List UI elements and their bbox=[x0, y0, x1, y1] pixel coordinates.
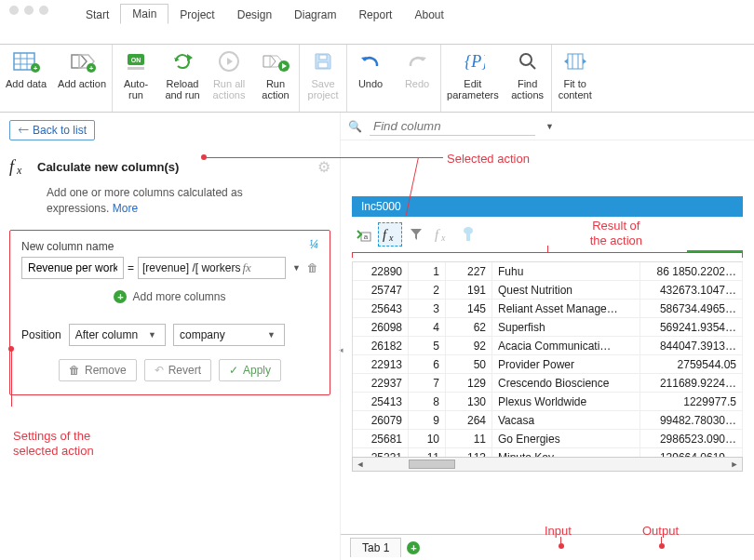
cell: 130 bbox=[446, 393, 492, 410]
table-row[interactable]: 26098462Superfish569241.9354… bbox=[353, 318, 743, 337]
chevron-down-icon[interactable]: ▼ bbox=[289, 263, 303, 273]
tab-about[interactable]: About bbox=[403, 6, 454, 24]
tab-project[interactable]: Project bbox=[168, 6, 225, 24]
table-row[interactable]: 257472191Quest Nutrition432673.1047… bbox=[353, 281, 743, 300]
cell: 11 bbox=[409, 448, 446, 457]
table-row[interactable]: 228901227Fuhu86 1850.2202… bbox=[353, 262, 743, 281]
find-actions-button[interactable]: Find actions bbox=[505, 45, 551, 112]
add-tab-button[interactable]: + bbox=[407, 541, 420, 554]
save-project-button[interactable]: Save project bbox=[300, 45, 346, 112]
expression-input[interactable]: [revenue] /[ workers fx bbox=[138, 257, 286, 279]
sheet-tab-1[interactable]: Tab 1 bbox=[350, 538, 401, 557]
table-row[interactable]: 2523111113Minute Key139664.0619… bbox=[353, 448, 743, 457]
cell: Provider Power bbox=[492, 355, 640, 373]
cell: 586734.4965… bbox=[640, 300, 743, 317]
filter-action-icon[interactable] bbox=[404, 222, 428, 247]
table-row[interactable]: 254138130Plexus Worldwide1229977.5 bbox=[353, 393, 743, 411]
cell: 129 bbox=[446, 374, 492, 392]
horizontal-scrollbar[interactable]: ◄ ► bbox=[352, 457, 743, 472]
cell: Minute Key bbox=[492, 448, 640, 457]
add-action-button[interactable]: + Add action bbox=[52, 45, 112, 112]
svg-text:a: a bbox=[364, 233, 369, 241]
reload-icon bbox=[170, 50, 195, 73]
cell: 5 bbox=[409, 337, 446, 354]
cell: 25643 bbox=[353, 300, 409, 317]
cell: 99482.78030… bbox=[640, 411, 743, 429]
fit-content-button[interactable]: Fit to content bbox=[552, 45, 599, 112]
import-action-icon[interactable]: a bbox=[352, 222, 376, 247]
more-link[interactable]: More bbox=[113, 202, 138, 215]
reload-run-button[interactable]: Reload and run bbox=[159, 45, 206, 112]
edit-params-button[interactable]: {P} Edit parameters bbox=[441, 45, 505, 112]
tab-report[interactable]: Report bbox=[347, 6, 403, 24]
table-row[interactable]: 229377129Crescendo Bioscience211689.9224… bbox=[353, 374, 743, 393]
svg-text:x: x bbox=[16, 164, 22, 176]
search-icon[interactable]: 🔍 bbox=[348, 120, 362, 133]
ribbon-tabs: Start Main Project Design Diagram Report… bbox=[0, 4, 455, 24]
play-all-icon bbox=[218, 50, 240, 73]
cell: Superfish bbox=[492, 318, 640, 336]
fx-gray-action-icon[interactable]: fx bbox=[430, 222, 454, 247]
position-label: Position bbox=[21, 328, 61, 341]
dataset-header[interactable]: Inc5000 bbox=[352, 196, 743, 217]
table-row[interactable]: 260799264Vacasa99482.78030… bbox=[353, 411, 743, 430]
cell: 4 bbox=[409, 318, 446, 336]
cell: 50 bbox=[446, 355, 492, 373]
back-to-list-button[interactable]: 🡐 Back to list bbox=[9, 120, 95, 140]
fraction-badge-icon[interactable]: ¼ bbox=[309, 238, 318, 251]
add-data-button[interactable]: + Add data bbox=[0, 45, 52, 112]
position-column-select[interactable]: company ▼ bbox=[173, 324, 285, 346]
run-all-button[interactable]: Run all actions bbox=[206, 45, 252, 112]
redo-button[interactable]: Redo bbox=[394, 45, 440, 112]
cell: 844047.3913… bbox=[640, 337, 743, 354]
chevron-down-icon[interactable]: ▼ bbox=[543, 122, 557, 131]
svg-text:x: x bbox=[388, 233, 394, 243]
undo-button[interactable]: Undo bbox=[347, 45, 394, 112]
scroll-right-icon[interactable]: ► bbox=[727, 460, 742, 469]
undo-icon: ↶ bbox=[155, 364, 164, 377]
table-row[interactable]: 256811011Go Energies2986523.090… bbox=[353, 430, 743, 448]
action-add-icon: + bbox=[68, 49, 96, 73]
tab-start[interactable]: Start bbox=[74, 6, 120, 24]
gear-icon[interactable]: ⚙ bbox=[317, 158, 330, 176]
scroll-thumb[interactable] bbox=[409, 460, 455, 469]
new-column-name-input[interactable] bbox=[21, 257, 124, 279]
marker-action-icon[interactable] bbox=[456, 222, 480, 247]
revert-button[interactable]: ↶Revert bbox=[144, 359, 211, 381]
svg-text:ON: ON bbox=[131, 57, 141, 63]
position-mode-select[interactable]: After column ▼ bbox=[69, 324, 166, 346]
cell: Plexus Worldwide bbox=[492, 393, 640, 410]
cell: 1 bbox=[409, 262, 446, 280]
table-row[interactable]: 256433145Reliant Asset Manage…586734.496… bbox=[353, 300, 743, 318]
cell: 2986523.090… bbox=[640, 430, 743, 447]
ribbon: + Add data + Add action ON Auto- run Rel… bbox=[0, 44, 754, 113]
autorun-icon: ON bbox=[125, 51, 147, 72]
new-column-label: New column name bbox=[21, 240, 318, 253]
data-grid[interactable]: 228901227Fuhu86 1850.2202…257472191Quest… bbox=[352, 261, 743, 457]
auto-run-button[interactable]: ON Auto- run bbox=[113, 45, 159, 112]
apply-button[interactable]: ✓Apply bbox=[219, 359, 281, 381]
cell: 11 bbox=[446, 430, 492, 447]
tab-main[interactable]: Main bbox=[120, 4, 168, 24]
table-row[interactable]: 26182592Acacia Communicati…844047.3913… bbox=[353, 337, 743, 355]
run-action-button[interactable]: Run action bbox=[252, 45, 299, 112]
add-more-columns-button[interactable]: + Add more columns bbox=[21, 290, 318, 303]
trash-icon[interactable]: 🗑 bbox=[307, 261, 318, 274]
cell: 2 bbox=[409, 281, 446, 299]
cell: 2759544.05 bbox=[640, 355, 743, 373]
find-column-input[interactable] bbox=[370, 117, 535, 136]
table-row[interactable]: 22913650Provider Power2759544.05 bbox=[353, 355, 743, 374]
action-title: Calculate new column(s) bbox=[37, 160, 179, 174]
tab-diagram[interactable]: Diagram bbox=[283, 6, 347, 24]
fx-action-icon[interactable]: fx bbox=[378, 222, 402, 247]
svg-rect-14 bbox=[318, 62, 328, 68]
svg-text:+: + bbox=[34, 64, 38, 73]
cell: 211689.9224… bbox=[640, 374, 743, 392]
cell: 1229977.5 bbox=[640, 393, 743, 410]
remove-button[interactable]: 🗑Remove bbox=[59, 359, 137, 381]
cell: 6 bbox=[409, 355, 446, 373]
trash-icon: 🗑 bbox=[69, 364, 80, 377]
scroll-left-icon[interactable]: ◄ bbox=[353, 460, 368, 469]
svg-line-18 bbox=[531, 64, 535, 69]
tab-design[interactable]: Design bbox=[226, 6, 283, 24]
